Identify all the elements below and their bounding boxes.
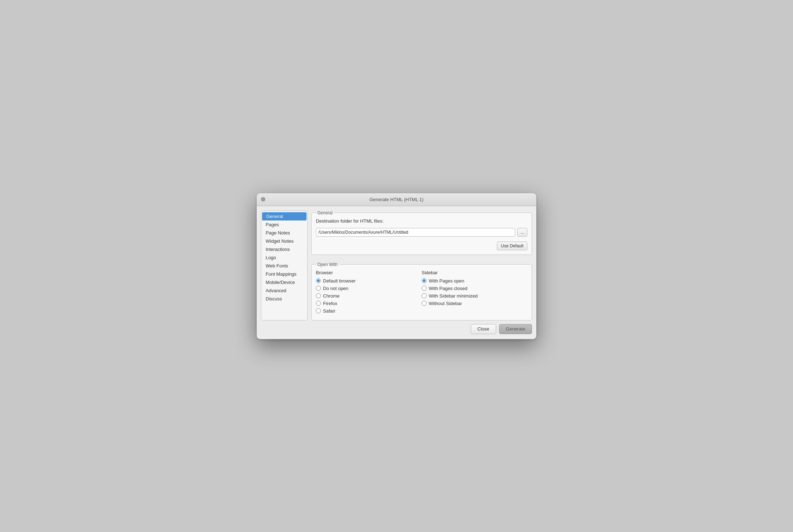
sidebar-item-discuss[interactable]: Discuss bbox=[261, 295, 307, 303]
main-window: Generate HTML (HTML 1) General Pages Pag… bbox=[257, 193, 536, 339]
close-button[interactable]: Close bbox=[471, 324, 496, 334]
sidebar-item-web-fonts[interactable]: Web Fonts bbox=[261, 262, 307, 270]
radio-with-sidebar-minimized-input[interactable] bbox=[422, 293, 427, 298]
radio-firefox-input[interactable] bbox=[316, 301, 321, 306]
radio-with-sidebar-minimized-label[interactable]: With Sidebar minimized bbox=[429, 293, 478, 299]
radio-firefox: Firefox bbox=[316, 301, 422, 306]
sidebar-item-pages[interactable]: Pages bbox=[261, 220, 307, 229]
general-legend: General bbox=[316, 210, 334, 215]
radio-default-browser-input[interactable] bbox=[316, 278, 321, 283]
sidebar-item-mobile-device[interactable]: Mobile/Device bbox=[261, 278, 307, 286]
radio-safari: Safari bbox=[316, 308, 422, 314]
window-body: General Pages Page Notes Widget Notes In… bbox=[257, 206, 536, 339]
sidebar-item-font-mappings[interactable]: Font Mappings bbox=[261, 270, 307, 278]
radio-with-pages-open: With Pages open bbox=[422, 278, 527, 284]
open-with-section: Open With Browser Default browser Do bbox=[311, 262, 532, 320]
open-with-columns: Browser Default browser Do not open bbox=[316, 270, 527, 316]
radio-safari-label[interactable]: Safari bbox=[323, 308, 335, 314]
radio-with-pages-open-input[interactable] bbox=[422, 278, 427, 283]
bottom-bar: Close Generate bbox=[261, 320, 532, 335]
content-area: General Pages Page Notes Widget Notes In… bbox=[261, 210, 532, 320]
titlebar: Generate HTML (HTML 1) bbox=[257, 193, 536, 206]
sidebar-item-general[interactable]: General bbox=[262, 212, 307, 220]
radio-do-not-open-label[interactable]: Do not open bbox=[323, 286, 348, 291]
browser-column-title: Browser bbox=[316, 270, 422, 275]
window-title: Generate HTML (HTML 1) bbox=[370, 197, 424, 202]
sidebar-item-advanced[interactable]: Advanced bbox=[261, 286, 307, 295]
sidebar-item-logo[interactable]: Logo bbox=[261, 253, 307, 262]
main-panel: General Destination folder for HTML file… bbox=[311, 210, 532, 320]
radio-do-not-open-input[interactable] bbox=[316, 286, 321, 291]
sidebar: General Pages Page Notes Widget Notes In… bbox=[261, 210, 308, 320]
radio-with-pages-closed: With Pages closed bbox=[422, 286, 527, 291]
radio-without-sidebar: Without Sidebar bbox=[422, 301, 527, 306]
destination-label: Destination folder for HTML files: bbox=[316, 218, 527, 224]
radio-without-sidebar-label[interactable]: Without Sidebar bbox=[429, 301, 462, 306]
radio-do-not-open: Do not open bbox=[316, 286, 422, 291]
browser-column: Browser Default browser Do not open bbox=[316, 270, 422, 316]
generate-button[interactable]: Generate bbox=[499, 324, 532, 334]
destination-controls: Destination folder for HTML files: ... U… bbox=[316, 218, 527, 250]
radio-with-pages-closed-label[interactable]: With Pages closed bbox=[429, 286, 467, 291]
radio-chrome-label[interactable]: Chrome bbox=[323, 293, 339, 299]
destination-input[interactable] bbox=[316, 228, 515, 237]
sidebar-item-interactions[interactable]: Interactions bbox=[261, 245, 307, 253]
radio-without-sidebar-input[interactable] bbox=[422, 301, 427, 306]
radio-default-browser-label[interactable]: Default browser bbox=[323, 278, 356, 284]
radio-default-browser: Default browser bbox=[316, 278, 422, 284]
close-traffic-light[interactable] bbox=[261, 197, 265, 201]
open-with-legend: Open With bbox=[316, 262, 339, 267]
radio-chrome: Chrome bbox=[316, 293, 422, 299]
radio-safari-input[interactable] bbox=[316, 308, 321, 313]
radio-firefox-label[interactable]: Firefox bbox=[323, 301, 337, 306]
browse-button[interactable]: ... bbox=[517, 228, 527, 237]
use-default-button[interactable]: Use Default bbox=[497, 242, 527, 250]
traffic-lights bbox=[261, 197, 265, 201]
sidebar-column-title: Sidebar bbox=[422, 270, 527, 275]
general-section: General Destination folder for HTML file… bbox=[311, 210, 532, 255]
radio-with-pages-closed-input[interactable] bbox=[422, 286, 427, 291]
sidebar-column: Sidebar With Pages open With Pages close… bbox=[422, 270, 527, 316]
radio-chrome-input[interactable] bbox=[316, 293, 321, 298]
sidebar-item-widget-notes[interactable]: Widget Notes bbox=[261, 237, 307, 245]
radio-with-pages-open-label[interactable]: With Pages open bbox=[429, 278, 464, 284]
destination-row: ... bbox=[316, 228, 527, 237]
radio-with-sidebar-minimized: With Sidebar minimized bbox=[422, 293, 527, 299]
sidebar-item-page-notes[interactable]: Page Notes bbox=[261, 229, 307, 237]
